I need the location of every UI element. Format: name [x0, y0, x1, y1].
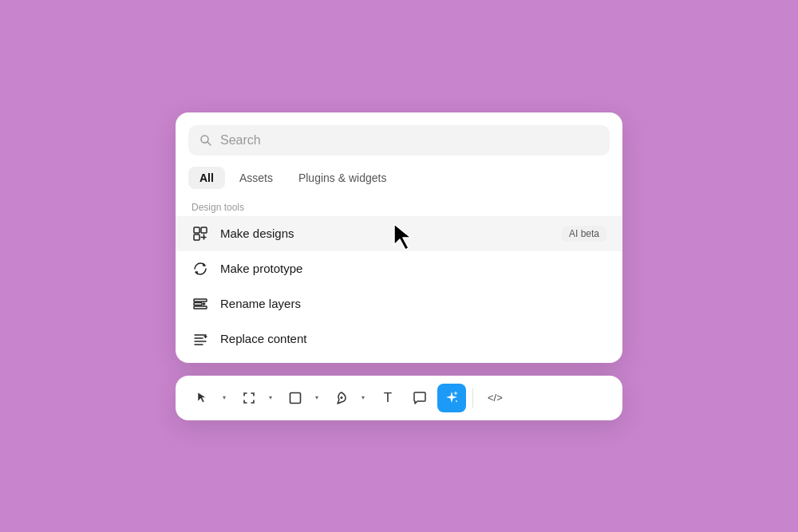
frame-tool-button[interactable]	[235, 384, 263, 412]
section-label: Design tools	[176, 197, 622, 216]
tab-plugins-widgets[interactable]: Plugins & widgets	[287, 167, 398, 189]
cursor-tool-icon	[196, 392, 209, 404]
menu-item-replace-content[interactable]: Replace content	[176, 321, 622, 357]
tab-all[interactable]: All	[188, 167, 225, 189]
text-tool-icon: T	[384, 390, 392, 406]
menu-item-make-designs[interactable]: Make designs AI beta	[176, 216, 622, 251]
svg-rect-5	[194, 299, 207, 301]
make-prototype-label: Make prototype	[220, 262, 302, 275]
code-tool-icon: </>	[488, 392, 503, 404]
svg-rect-4	[194, 234, 200, 240]
main-panel: Search All Assets Plugins & widgets Desi…	[176, 112, 622, 363]
rect-caret-icon: ▾	[315, 394, 318, 401]
frame-tool-icon	[242, 391, 256, 405]
cursor-tool-button[interactable]	[188, 384, 217, 412]
svg-line-1	[207, 142, 211, 145]
frame-caret-icon: ▾	[269, 394, 272, 401]
rename-layers-label: Rename layers	[220, 297, 301, 310]
search-icon	[200, 134, 212, 147]
text-tool-button[interactable]: T	[373, 384, 402, 412]
svg-rect-12	[290, 392, 301, 403]
svg-point-14	[456, 400, 457, 402]
cursor-tool-group: ▾	[188, 384, 231, 412]
toolbar-divider	[472, 388, 473, 408]
cursor-caret-icon: ▾	[223, 394, 226, 401]
rect-tool-icon	[288, 391, 302, 405]
toolbar: ▾ ▾ ▾ ▾	[176, 376, 622, 420]
frame-tool-group: ▾	[235, 384, 278, 412]
pen-caret-button[interactable]: ▾	[356, 384, 370, 412]
rect-tool-group: ▾	[281, 384, 324, 412]
make-prototype-icon	[192, 260, 209, 278]
pen-tool-button[interactable]	[327, 384, 356, 412]
ai-tool-button[interactable]	[437, 384, 466, 412]
pen-tool-icon	[334, 391, 349, 405]
ai-tool-icon	[443, 389, 460, 407]
menu-item-rename-layers[interactable]: Rename layers	[176, 286, 622, 321]
replace-content-icon	[192, 330, 209, 348]
rename-layers-icon	[192, 295, 209, 313]
menu-list: Make designs AI beta Make prototype	[176, 216, 622, 357]
search-placeholder: Search	[220, 133, 261, 148]
make-designs-label: Make designs	[220, 227, 294, 240]
make-designs-badge: AI beta	[562, 226, 606, 242]
tabs-row: All Assets Plugins & widgets	[176, 167, 622, 189]
svg-point-13	[341, 396, 343, 399]
code-tool-button[interactable]: </>	[480, 384, 511, 412]
pen-tool-group: ▾	[327, 384, 370, 412]
comment-tool-button[interactable]	[405, 384, 434, 412]
svg-rect-2	[194, 227, 200, 233]
pen-caret-icon: ▾	[361, 394, 365, 401]
svg-rect-7	[194, 306, 207, 309]
tab-assets[interactable]: Assets	[228, 167, 284, 189]
cursor-caret-button[interactable]: ▾	[217, 384, 231, 412]
make-designs-icon	[192, 225, 209, 242]
cursor-pointer	[391, 223, 420, 254]
frame-caret-button[interactable]: ▾	[263, 384, 278, 412]
comment-tool-icon	[413, 391, 427, 405]
svg-rect-3	[201, 227, 207, 233]
search-bar[interactable]: Search	[188, 125, 610, 156]
replace-content-label: Replace content	[220, 332, 306, 345]
rect-caret-button[interactable]: ▾	[310, 384, 324, 412]
rect-tool-button[interactable]	[281, 384, 310, 412]
menu-item-make-prototype[interactable]: Make prototype	[176, 251, 622, 286]
svg-rect-6	[194, 302, 202, 305]
